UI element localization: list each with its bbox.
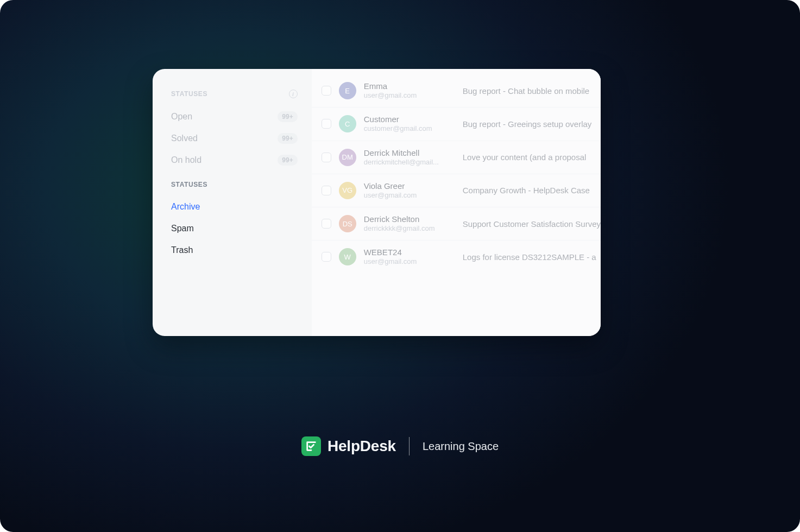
sender: Derrick Mitchell derrickmitchell@gmail..… [364,148,455,167]
sidebar-item-label: Trash [171,245,193,255]
sender-name: Customer [364,115,455,124]
sender: Emma user@gmail.com [364,81,455,100]
sidebar-item-label: Solved [171,134,198,143]
ticket-subject: Love your content (and a proposal [463,153,601,162]
sender: Derrick Shelton derrickkkk@gmail.com [364,214,455,233]
section-label: STATUSES [171,90,207,98]
divider [409,437,410,455]
sidebar-item-onhold[interactable]: On hold 99+ [171,149,298,171]
count-badge: 99+ [278,133,297,144]
ticket-row[interactable]: DS Derrick Shelton derrickkkk@gmail.com … [312,207,601,240]
sender-email: user@gmail.com [364,257,455,266]
section-label: STATUSES [171,181,207,188]
info-icon[interactable]: i [289,90,298,98]
ticket-subject: Bug report - Greeings setup overlay [463,119,601,129]
ticket-subject: Support Customer Satisfaction Survey [463,219,601,229]
count-badge: 99+ [278,111,297,122]
row-checkbox[interactable] [322,86,331,96]
sidebar-item-label: Open [171,112,192,122]
sidebar-item-spam[interactable]: Spam [171,218,298,239]
sender-email: derrickkkk@gmail.com [364,224,455,233]
sender-name: Emma [364,81,455,91]
sender-email: user@gmail.com [364,191,455,200]
avatar: W [339,248,356,265]
app-window: STATUSES i Open 99+ Solved 99+ On hold 9… [153,69,601,336]
ticket-subject: Logs for license DS3212SAMPLE - a [463,252,601,262]
ticket-row[interactable]: C Customer customer@gmail.com Bug report… [312,107,601,141]
row-checkbox[interactable] [322,153,331,162]
sidebar-item-open[interactable]: Open 99+ [171,106,298,128]
row-checkbox[interactable] [322,252,331,262]
sidebar-section-header-statuses-2: STATUSES [171,181,298,188]
sender: Customer customer@gmail.com [364,115,455,133]
sidebar-item-label: On hold [171,155,201,165]
sender-email: user@gmail.com [364,91,455,100]
sidebar-section-header-statuses-1: STATUSES i [171,90,298,98]
avatar: C [339,115,356,132]
avatar-initials: DM [342,153,353,161]
count-badge: 99+ [278,155,297,166]
avatar-initials: DS [343,220,352,228]
helpdesk-logo-icon [301,436,321,456]
avatar-initials: E [345,87,350,95]
sidebar: STATUSES i Open 99+ Solved 99+ On hold 9… [153,69,312,336]
row-checkbox[interactable] [322,119,331,129]
ticket-list: E Emma user@gmail.com Bug report - Chat … [312,69,601,336]
sender-name: Derrick Mitchell [364,148,455,158]
sidebar-item-label: Archive [171,202,200,212]
brand: HelpDesk [301,436,396,456]
sender-name: Derrick Shelton [364,214,455,224]
ticket-row[interactable]: W WEBET24 user@gmail.com Logs for licens… [312,240,601,273]
avatar-initials: VG [342,186,352,194]
ticket-subject: Bug report - Chat bubble on mobile [463,86,601,96]
sidebar-item-label: Spam [171,224,194,233]
row-checkbox[interactable] [322,219,331,229]
ticket-subject: Company Growth - HelpDesk Case [463,186,601,195]
sender-name: WEBET24 [364,248,455,257]
brand-name: HelpDesk [327,438,396,455]
avatar: DS [339,215,356,232]
sender-email: customer@gmail.com [364,124,455,133]
sidebar-item-trash[interactable]: Trash [171,239,298,261]
sender-name: Viola Greer [364,181,455,191]
avatar-initials: W [344,253,351,261]
sender: Viola Greer user@gmail.com [364,181,455,200]
footer: HelpDesk Learning Space [0,436,800,456]
tagline: Learning Space [423,440,499,453]
sender: WEBET24 user@gmail.com [364,248,455,266]
avatar: E [339,82,356,99]
ticket-row[interactable]: VG Viola Greer user@gmail.com Company Gr… [312,174,601,207]
row-checkbox[interactable] [322,186,331,195]
avatar: DM [339,149,356,166]
avatar: VG [339,182,356,199]
avatar-initials: C [345,120,350,128]
sidebar-item-archive[interactable]: Archive [171,196,298,218]
sidebar-item-solved[interactable]: Solved 99+ [171,128,298,149]
ticket-row[interactable]: E Emma user@gmail.com Bug report - Chat … [312,74,601,107]
sender-email: derrickmitchell@gmail... [364,158,455,167]
page-background: STATUSES i Open 99+ Solved 99+ On hold 9… [0,0,800,532]
ticket-row[interactable]: DM Derrick Mitchell derrickmitchell@gmai… [312,141,601,174]
